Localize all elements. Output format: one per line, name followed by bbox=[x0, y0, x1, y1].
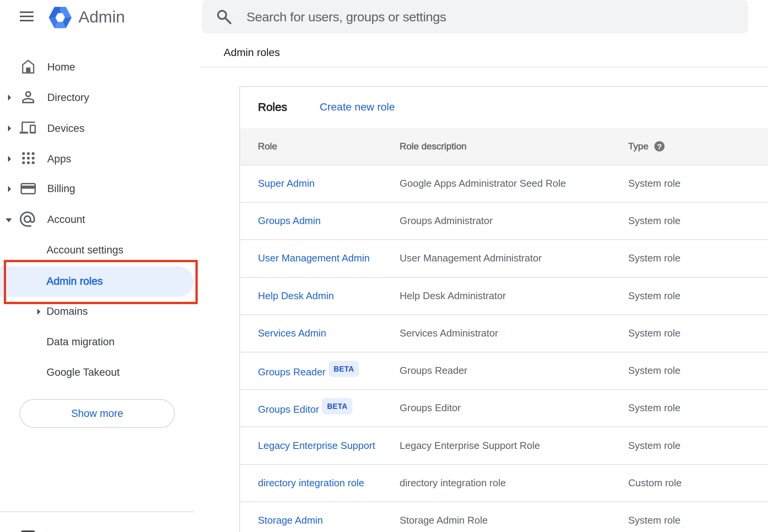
svg-text:?: ? bbox=[657, 142, 662, 151]
